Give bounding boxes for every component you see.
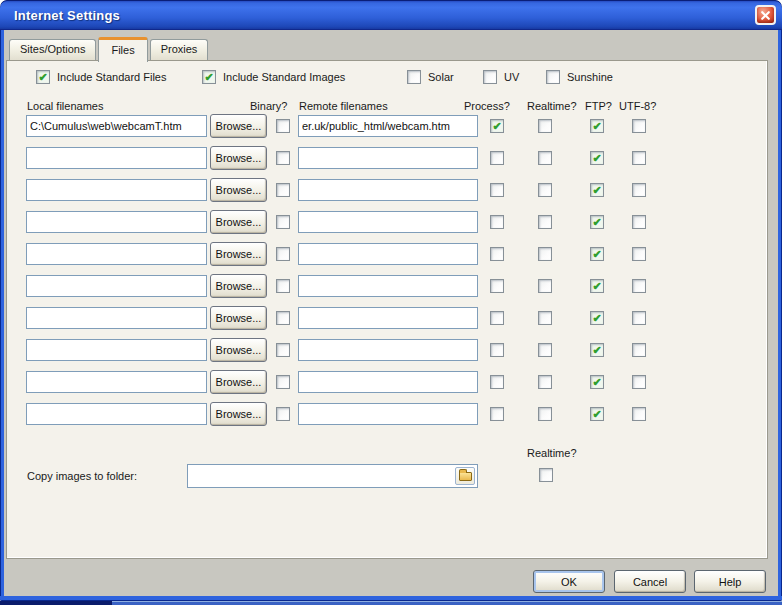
binary-checkbox[interactable] (276, 183, 290, 197)
titlebar[interactable]: Internet Settings (0, 0, 782, 30)
ftp-checkbox[interactable]: ✔ (590, 343, 604, 357)
browse-button[interactable]: Browse... (210, 242, 267, 266)
ftp-checkbox[interactable]: ✔ (590, 151, 604, 165)
utf8-checkbox[interactable] (632, 343, 646, 357)
local-filename-input[interactable] (26, 179, 207, 201)
top-option-checkbox[interactable] (483, 70, 497, 84)
copy-images-input[interactable] (188, 465, 453, 487)
binary-checkbox[interactable] (276, 375, 290, 389)
local-filename-input[interactable] (26, 243, 207, 265)
binary-checkbox[interactable] (276, 215, 290, 229)
browse-button[interactable]: Browse... (210, 370, 267, 394)
browse-button[interactable]: Browse... (210, 338, 267, 362)
process-checkbox[interactable] (490, 343, 504, 357)
file-row: Browse...✔ (0, 210, 782, 240)
ftp-checkbox[interactable]: ✔ (590, 279, 604, 293)
process-checkbox[interactable] (490, 375, 504, 389)
top-option-checkbox[interactable] (546, 70, 560, 84)
browse-button[interactable]: Browse... (210, 210, 267, 234)
binary-checkbox[interactable] (276, 119, 290, 133)
binary-checkbox[interactable] (276, 151, 290, 165)
realtime-checkbox[interactable] (538, 119, 552, 133)
remote-filename-input[interactable] (298, 371, 478, 393)
remote-filename-input[interactable] (298, 147, 478, 169)
local-filename-input[interactable] (26, 371, 207, 393)
utf8-checkbox[interactable] (632, 151, 646, 165)
realtime-checkbox[interactable] (538, 279, 552, 293)
local-filename-input[interactable] (26, 147, 207, 169)
ftp-checkbox[interactable]: ✔ (590, 311, 604, 325)
ftp-checkbox[interactable]: ✔ (590, 407, 604, 421)
local-filename-input[interactable] (26, 307, 207, 329)
remote-filename-input[interactable] (298, 403, 478, 425)
top-option-checkbox[interactable] (407, 70, 421, 84)
top-option-checkbox[interactable]: ✔ (36, 70, 50, 84)
browse-button[interactable]: Browse... (210, 178, 267, 202)
realtime-checkbox[interactable] (538, 183, 552, 197)
binary-checkbox[interactable] (276, 343, 290, 357)
remote-filename-input[interactable] (298, 243, 478, 265)
binary-checkbox[interactable] (276, 247, 290, 261)
realtime-checkbox[interactable] (538, 151, 552, 165)
remote-filename-input[interactable] (298, 275, 478, 297)
process-checkbox[interactable] (490, 183, 504, 197)
top-option: ✔Include Standard Files (36, 70, 166, 84)
file-row: Browse...✔ (0, 370, 782, 400)
process-checkbox[interactable]: ✔ (490, 119, 504, 133)
utf8-checkbox[interactable] (632, 279, 646, 293)
process-checkbox[interactable] (490, 151, 504, 165)
utf8-checkbox[interactable] (632, 119, 646, 133)
remote-filename-input[interactable] (298, 115, 478, 137)
local-filename-input[interactable] (26, 211, 207, 233)
ftp-checkbox[interactable]: ✔ (590, 375, 604, 389)
remote-filename-input[interactable] (298, 211, 478, 233)
remote-filename-input[interactable] (298, 179, 478, 201)
header-local-filenames: Local filenames (27, 100, 103, 112)
browse-button[interactable]: Browse... (210, 114, 267, 138)
ftp-checkbox[interactable]: ✔ (590, 215, 604, 229)
process-checkbox[interactable] (490, 215, 504, 229)
binary-checkbox[interactable] (276, 407, 290, 421)
realtime-checkbox[interactable] (538, 343, 552, 357)
realtime-checkbox[interactable] (538, 375, 552, 389)
realtime-checkbox[interactable] (538, 407, 552, 421)
tab-proxies[interactable]: Proxies (150, 39, 209, 60)
utf8-checkbox[interactable] (632, 375, 646, 389)
process-checkbox[interactable] (490, 311, 504, 325)
remote-filename-input[interactable] (298, 339, 478, 361)
local-filename-input[interactable] (26, 339, 207, 361)
utf8-checkbox[interactable] (632, 215, 646, 229)
browse-button[interactable]: Browse... (210, 146, 267, 170)
ftp-checkbox[interactable]: ✔ (590, 183, 604, 197)
browse-button[interactable]: Browse... (210, 402, 267, 426)
process-checkbox[interactable] (490, 247, 504, 261)
local-filename-input[interactable] (26, 115, 207, 137)
browse-button[interactable]: Browse... (210, 274, 267, 298)
ftp-checkbox[interactable]: ✔ (590, 247, 604, 261)
local-filename-input[interactable] (26, 275, 207, 297)
tab-sites-options[interactable]: Sites/Options (9, 39, 96, 60)
close-button[interactable] (755, 5, 776, 25)
cancel-button[interactable]: Cancel (614, 570, 686, 593)
utf8-checkbox[interactable] (632, 183, 646, 197)
process-checkbox[interactable] (490, 407, 504, 421)
local-filename-input[interactable] (26, 403, 207, 425)
top-option-checkbox[interactable]: ✔ (202, 70, 216, 84)
browse-folder-button[interactable] (455, 467, 475, 485)
ok-button[interactable]: OK (533, 570, 605, 593)
utf8-checkbox[interactable] (632, 311, 646, 325)
utf8-checkbox[interactable] (632, 407, 646, 421)
ftp-checkbox[interactable]: ✔ (590, 119, 604, 133)
remote-filename-input[interactable] (298, 307, 478, 329)
tab-files[interactable]: Files (98, 37, 147, 62)
help-button[interactable]: Help (694, 570, 766, 593)
realtime-checkbox[interactable] (538, 247, 552, 261)
binary-checkbox[interactable] (276, 311, 290, 325)
utf8-checkbox[interactable] (632, 247, 646, 261)
copy-realtime-checkbox[interactable] (539, 468, 553, 482)
binary-checkbox[interactable] (276, 279, 290, 293)
realtime-checkbox[interactable] (538, 215, 552, 229)
process-checkbox[interactable] (490, 279, 504, 293)
browse-button[interactable]: Browse... (210, 306, 267, 330)
realtime-checkbox[interactable] (538, 311, 552, 325)
